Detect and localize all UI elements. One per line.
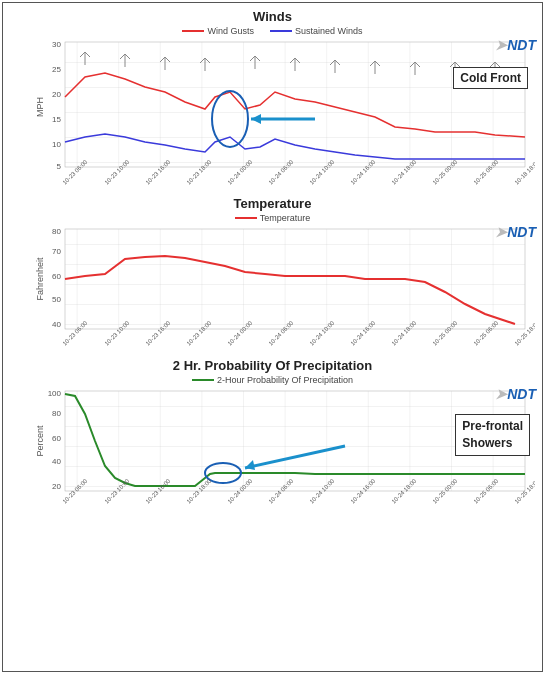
temp-chart: Temperature Temperature ➤NDT 80 — [7, 196, 538, 354]
temp-svg: 80 70 60 50 40 Fahrenheit 10-23 06:00 10… — [35, 224, 535, 354]
main-container: Winds Wind Gusts Sustained Winds ➤NDT — [2, 2, 543, 672]
sustained-label: Sustained Winds — [295, 26, 363, 36]
svg-text:30: 30 — [52, 40, 61, 49]
prefrontal-annotation: Pre-frontalShowers — [455, 414, 530, 456]
svg-text:10: 10 — [52, 140, 61, 149]
svg-text:80: 80 — [52, 227, 61, 236]
temp-ndt-logo: ➤NDT — [495, 224, 536, 240]
temp-legend: Temperature — [7, 213, 538, 223]
svg-text:50: 50 — [52, 295, 61, 304]
svg-text:Percent: Percent — [35, 425, 45, 457]
winds-legend-gusts: Wind Gusts — [182, 26, 254, 36]
precip-svg: 100 80 60 40 20 Percent 10-23 06:00 10-2… — [35, 386, 535, 531]
svg-text:20: 20 — [52, 90, 61, 99]
precip-ndt-logo: ➤NDT — [495, 386, 536, 402]
svg-text:70: 70 — [52, 247, 61, 256]
svg-text:80: 80 — [52, 409, 61, 418]
temp-line-icon — [235, 217, 257, 219]
svg-text:40: 40 — [52, 320, 61, 329]
precip-chart-area: ➤NDT 100 80 60 40 20 Percent — [7, 386, 538, 531]
svg-text:5: 5 — [57, 162, 62, 171]
precip-title: 2 Hr. Probability Of Precipitation — [7, 358, 538, 373]
winds-chart: Winds Wind Gusts Sustained Winds ➤NDT — [7, 9, 538, 192]
svg-text:Fahrenheit: Fahrenheit — [35, 257, 45, 301]
temp-label: Temperature — [260, 213, 311, 223]
svg-text:60: 60 — [52, 434, 61, 443]
sustained-line-icon — [270, 30, 292, 32]
winds-legend: Wind Gusts Sustained Winds — [7, 26, 538, 36]
svg-text:100: 100 — [48, 389, 62, 398]
svg-text:40: 40 — [52, 457, 61, 466]
gusts-line-icon — [182, 30, 204, 32]
svg-text:25: 25 — [52, 65, 61, 74]
gusts-label: Wind Gusts — [207, 26, 254, 36]
cold-front-annotation: Cold Front — [453, 67, 528, 89]
svg-rect-25 — [65, 229, 525, 329]
svg-text:15: 15 — [52, 115, 61, 124]
winds-svg: 30 25 20 15 10 5 MPH — [35, 37, 535, 192]
svg-text:MPH: MPH — [35, 97, 45, 117]
precip-legend-prob: 2-Hour Probability Of Precipitation — [192, 375, 353, 385]
winds-chart-area: ➤NDT 30 25 20 15 10 5 — [7, 37, 538, 192]
precip-legend: 2-Hour Probability Of Precipitation — [7, 375, 538, 385]
precip-line-icon — [192, 379, 214, 381]
temp-chart-area: ➤NDT 80 70 60 50 40 Fahrenheit — [7, 224, 538, 354]
temp-legend-temp: Temperature — [235, 213, 311, 223]
precip-chart: 2 Hr. Probability Of Precipitation 2-Hou… — [7, 358, 538, 531]
winds-ndt-logo: ➤NDT — [495, 37, 536, 53]
winds-legend-sustained: Sustained Winds — [270, 26, 363, 36]
svg-text:20: 20 — [52, 482, 61, 491]
svg-text:60: 60 — [52, 272, 61, 281]
winds-title: Winds — [7, 9, 538, 24]
temp-title: Temperature — [7, 196, 538, 211]
precip-label: 2-Hour Probability Of Precipitation — [217, 375, 353, 385]
